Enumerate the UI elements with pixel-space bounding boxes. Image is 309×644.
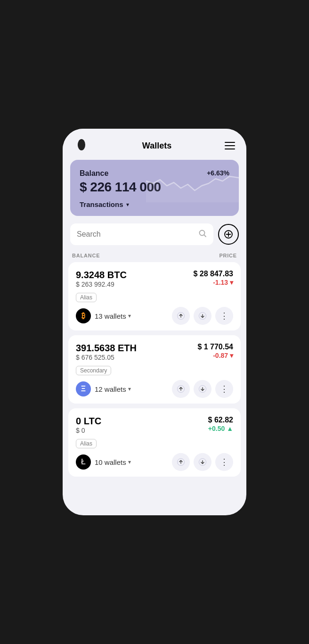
btc-receive-button[interactable] [194, 307, 211, 325]
page-title: Wallets [142, 141, 171, 151]
eth-logo: Ξ [76, 381, 91, 396]
transactions-label: Transactions [80, 200, 123, 208]
search-box[interactable] [70, 223, 213, 245]
btc-logo: ₿ [76, 308, 91, 323]
btc-send-button[interactable] [172, 307, 190, 325]
eth-usd: $ 676 525.05 [76, 354, 137, 361]
svg-point-1 [78, 139, 85, 150]
balance-chart [146, 160, 239, 202]
ltc-usd: $ 0 [76, 427, 101, 434]
eth-wallets[interactable]: 12 wallets ▾ [95, 385, 131, 393]
eth-receive-button[interactable] [194, 380, 211, 398]
btc-usd: $ 263 992.49 [76, 281, 127, 288]
coin-card-btc: 9.3248 BTC $ 263 992.49 $ 28 847.83 -1.1… [68, 262, 241, 330]
ltc-alias: Alias [76, 439, 97, 448]
menu-button[interactable] [225, 142, 235, 149]
ltc-change: +0.50 ▲ [208, 425, 233, 432]
ltc-amount: 0 LTC [76, 416, 101, 427]
ltc-send-button[interactable] [172, 453, 190, 471]
list-header: BALANCE PRICE [63, 251, 246, 262]
btc-wallets[interactable]: 13 wallets ▾ [95, 312, 131, 320]
btc-price: $ 28 847.83 [193, 270, 233, 278]
btc-amount: 9.3248 BTC [76, 270, 127, 281]
ltc-logo: Ł [76, 454, 91, 470]
ltc-more-button[interactable]: ⋮ [215, 453, 233, 471]
ltc-actions: ⋮ [172, 453, 233, 471]
coin-card-eth: 391.5638 ETH $ 676 525.05 $ 1 770.54 -0.… [68, 335, 241, 404]
eth-more-button[interactable]: ⋮ [215, 380, 233, 398]
price-col-header: PRICE [219, 253, 237, 258]
btc-more-button[interactable]: ⋮ [215, 307, 233, 325]
coin-list: 9.3248 BTC $ 263 992.49 $ 28 847.83 -1.1… [63, 262, 246, 488]
eth-change: -0.87 ▾ [213, 352, 233, 359]
balance-col-header: BALANCE [72, 253, 100, 258]
transactions-chevron: ▾ [126, 201, 129, 208]
ltc-receive-button[interactable] [194, 453, 211, 471]
search-row [63, 223, 246, 251]
eth-alias: Secondary [76, 366, 111, 375]
eth-amount: 391.5638 ETH [76, 343, 137, 354]
eth-actions: ⋮ [172, 380, 233, 398]
svg-line-3 [204, 235, 206, 237]
btc-alias: Alias [76, 293, 97, 302]
coin-card-ltc: 0 LTC $ 0 $ 62.82 +0.50 ▲ Alias Ł [68, 408, 241, 477]
search-input[interactable] [77, 230, 195, 239]
balance-label: Balance [80, 169, 108, 178]
btc-actions: ⋮ [172, 307, 233, 325]
ltc-wallets[interactable]: 10 wallets ▾ [95, 458, 131, 466]
add-wallet-button[interactable] [218, 224, 239, 245]
ltc-price: $ 62.82 [208, 416, 233, 424]
eth-send-button[interactable] [172, 380, 190, 398]
search-icon [198, 229, 207, 239]
btc-change: -1.13 ▾ [213, 279, 233, 286]
eth-price: $ 1 770.54 [197, 343, 233, 351]
app-header: Wallets [63, 129, 246, 160]
logo-icon [74, 137, 89, 154]
balance-card: Balance +6.63% $ 226 114 000 Transaction… [70, 160, 239, 216]
